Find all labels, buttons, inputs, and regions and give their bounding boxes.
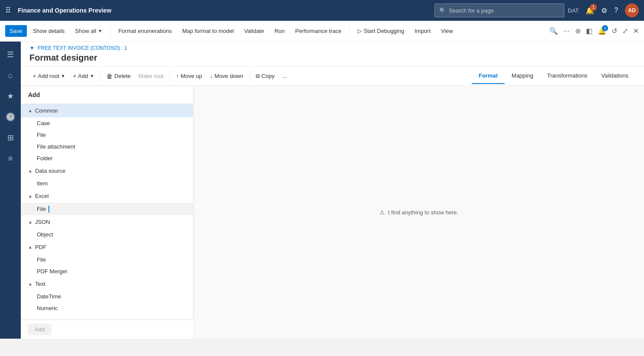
item-common-file[interactable]: File	[21, 129, 193, 141]
close-icon[interactable]: ✕	[633, 27, 639, 35]
add-plus-icon: +	[73, 73, 77, 79]
excel-chevron-icon: ▲	[28, 194, 32, 198]
item-common-folder[interactable]: Folder	[21, 152, 193, 164]
app-title: Finance and Operations Preview	[18, 7, 431, 14]
group-text[interactable]: ▲ Text	[21, 277, 193, 291]
add-root-chevron-icon: ▼	[61, 74, 65, 78]
top-nav-icons: DAT 🔔 1 ⚙ ? AD	[568, 3, 639, 17]
common-chevron-icon: ▲	[28, 108, 32, 113]
empty-message: ⚠ t find anything to show here.	[380, 209, 458, 216]
connections-icon[interactable]: ⊛	[575, 27, 581, 35]
cant-icon: ⚠	[380, 209, 385, 216]
move-down-label: Move down	[215, 73, 243, 79]
delete-button[interactable]: 🗑 Delete	[103, 71, 134, 81]
layout-icon[interactable]: ◧	[586, 27, 592, 35]
group-pdf[interactable]: ▲ PDF	[21, 240, 193, 254]
save-button[interactable]: Save	[5, 25, 27, 37]
group-common[interactable]: ▲ Common	[21, 104, 193, 117]
refresh-icon[interactable]: ↺	[612, 27, 617, 35]
item-text-numeric[interactable]: Numeric	[21, 302, 193, 314]
add-dropdown: Add ▲ Common Case File File attachment	[21, 86, 193, 320]
show-all-button[interactable]: Show all ▼	[71, 25, 106, 37]
performance-trace-button[interactable]: Performance trace	[291, 25, 346, 37]
show-all-chevron-icon: ▼	[98, 29, 103, 33]
item-datasource-item[interactable]: Item	[21, 178, 193, 189]
copy-icon: ⧉	[256, 73, 260, 80]
breadcrumb-text: FREE TEXT INVOICE (CONTOSO) : 1	[38, 45, 127, 51]
debug-icon: ▷	[357, 28, 362, 34]
add-label: Add	[78, 73, 88, 79]
item-pdf-merger[interactable]: PDF Merger	[21, 265, 193, 277]
pdf-chevron-icon: ▲	[28, 245, 32, 249]
view-button[interactable]: View	[437, 25, 457, 37]
notification-badge: 1	[590, 4, 597, 11]
tab-validations[interactable]: Validations	[594, 68, 635, 84]
show-details-button[interactable]: Show details	[29, 25, 69, 37]
tab-mapping[interactable]: Mapping	[505, 68, 540, 84]
copy-button[interactable]: ⧉ Copy	[252, 71, 278, 81]
main-area: ☰ ⌂ ★ 🕐 ⊞ ≡ ▼ FREE TEXT INVOICE (CONTOSO…	[0, 42, 644, 339]
search-toolbar-icon[interactable]: 🔍	[549, 27, 558, 35]
top-navigation: ⠿ Finance and Operations Preview 🔍 Searc…	[0, 0, 644, 21]
sidebar-item-menu[interactable]: ☰	[1, 45, 20, 64]
more-button[interactable]: ...	[279, 71, 290, 81]
badge-container: 🔔 0	[598, 27, 606, 35]
help-icon[interactable]: ?	[614, 6, 618, 14]
sidebar-item-list[interactable]: ≡	[1, 149, 20, 168]
tab-transformations[interactable]: Transformations	[540, 68, 594, 84]
item-excel-file[interactable]: File	[21, 203, 193, 215]
add-footer-button[interactable]: Add	[28, 324, 52, 335]
group-json[interactable]: ▲ JSON	[21, 215, 193, 229]
move-down-button[interactable]: ↓ Move down	[206, 71, 247, 81]
sidebar-item-favorites[interactable]: ★	[1, 87, 20, 106]
group-pdf-label: PDF	[35, 244, 46, 250]
search-placeholder: Search for a page	[449, 7, 493, 14]
expand-icon[interactable]: ⤢	[622, 27, 628, 35]
page-title: Format designer	[29, 53, 635, 63]
page-content: ▼ FREE TEXT INVOICE (CONTOSO) : 1 Format…	[21, 42, 644, 339]
import-button[interactable]: Import	[410, 25, 435, 37]
delete-label: Delete	[114, 73, 131, 79]
group-json-label: JSON	[35, 219, 50, 225]
item-text-datetime[interactable]: DateTime	[21, 291, 193, 302]
breadcrumb: ▼ FREE TEXT INVOICE (CONTOSO) : 1	[29, 45, 635, 51]
move-up-button[interactable]: ↑ Move up	[173, 71, 206, 81]
item-json-object[interactable]: Object	[21, 229, 193, 240]
notification-icon[interactable]: 🔔 1	[586, 6, 594, 15]
add-footer: Add	[21, 320, 193, 339]
add-button[interactable]: + Add ▼	[70, 71, 98, 81]
settings-icon[interactable]: ⚙	[601, 6, 607, 15]
datasource-chevron-icon: ▲	[28, 168, 32, 173]
page-header: ▼ FREE TEXT INVOICE (CONTOSO) : 1 Format…	[21, 42, 644, 67]
move-down-icon: ↓	[210, 73, 213, 79]
move-up-label: Move up	[180, 73, 202, 79]
tab-format[interactable]: Format	[472, 68, 505, 84]
group-excel[interactable]: ▲ Excel	[21, 189, 193, 203]
badge-count: 0	[602, 25, 608, 31]
item-common-file-attachment[interactable]: File attachment	[21, 141, 193, 152]
start-debugging-button[interactable]: ▷ Start Debugging	[353, 25, 409, 37]
sidebar-item-recent[interactable]: 🕐	[1, 107, 20, 126]
move-up-icon: ↑	[176, 73, 179, 79]
map-format-button[interactable]: Map format to model	[178, 25, 238, 37]
more-toolbar-icon[interactable]: ⋯	[563, 27, 570, 35]
app-grid-icon[interactable]: ⠿	[5, 6, 11, 15]
sidebar-item-home[interactable]: ⌂	[1, 66, 20, 85]
global-search[interactable]: 🔍 Search for a page	[435, 3, 564, 17]
content-split: Add ▲ Common Case File File attachment	[21, 86, 644, 339]
sidebar-item-workspaces[interactable]: ⊞	[1, 128, 20, 147]
filter-icon[interactable]: ▼	[29, 45, 35, 51]
item-common-case[interactable]: Case	[21, 117, 193, 129]
run-button[interactable]: Run	[270, 25, 289, 37]
user-avatar[interactable]: AD	[625, 3, 639, 17]
right-tabs: Format Mapping Transformations Validatio…	[472, 68, 635, 84]
add-root-button[interactable]: + Add root ▼	[29, 71, 69, 81]
validate-button[interactable]: Validate	[240, 25, 268, 37]
item-pdf-file[interactable]: File	[21, 254, 193, 265]
inner-sep-3	[249, 71, 250, 81]
make-root-button[interactable]: Make root	[135, 71, 167, 81]
format-enumerations-button[interactable]: Format enumerations	[114, 25, 176, 37]
group-data-source[interactable]: ▲ Data source	[21, 164, 193, 178]
empty-text: t find anything to show here.	[388, 209, 459, 216]
left-sidebar: ☰ ⌂ ★ 🕐 ⊞ ≡	[0, 42, 21, 339]
